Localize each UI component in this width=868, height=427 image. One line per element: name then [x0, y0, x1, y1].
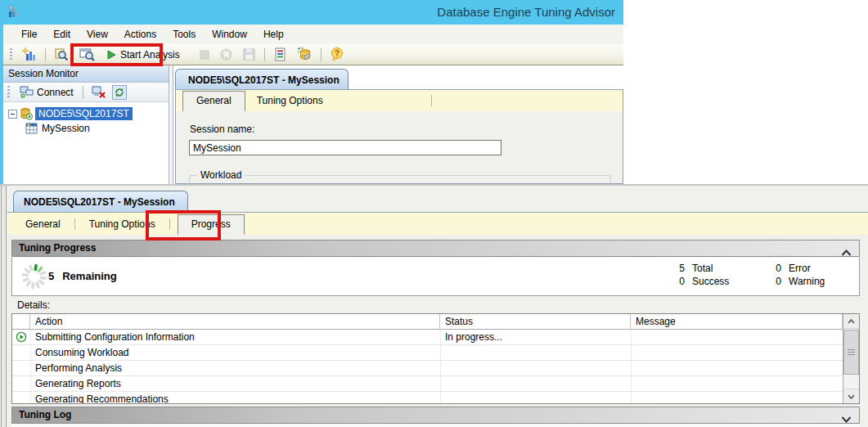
menu-edit[interactable]: Edit [45, 25, 79, 44]
progress-view-fragment: NODE5\SQL2017ST - MySession General Tuni… [0, 184, 868, 427]
connect-button[interactable]: Connect [16, 85, 78, 99]
main-toolbar: Start Analysis [3, 44, 623, 65]
refresh-button[interactable] [112, 85, 127, 100]
tab-strip: General Tuning Options [176, 90, 623, 111]
workload-label: Workload [197, 169, 245, 181]
count-success: 0 Success [667, 276, 729, 287]
table-row[interactable]: Consuming Workload [12, 345, 843, 361]
tuning-progress-header: Tuning Progress [11, 240, 860, 257]
cell-message [631, 330, 843, 345]
session-document-tab[interactable]: NODE5\SQL2017ST - MySession [175, 69, 349, 90]
count-warning-label: Warning [789, 276, 825, 287]
session-document-panel: General Tuning Options Session name: Wor… [175, 89, 623, 184]
scroll-up-button[interactable] [843, 314, 859, 329]
cell-status: In progress... [440, 330, 631, 345]
tuning-options-button[interactable] [294, 46, 315, 63]
document-area: NODE5\SQL2017ST - MySession General Tuni… [169, 65, 623, 184]
panel-splitter[interactable] [169, 65, 173, 184]
preview-workload-button[interactable] [76, 47, 98, 63]
table-row[interactable]: Generating Reports [12, 376, 843, 392]
start-analysis-label: Start Analysis [120, 49, 180, 61]
session-document-tab-label: NODE5\SQL2017ST - MySession [24, 196, 175, 208]
scroll-down-button[interactable] [843, 389, 859, 403]
session-document-tab-label: NODE5\SQL2017ST - MySession [188, 74, 340, 86]
save-button [240, 47, 259, 62]
disconnect-icon [92, 86, 106, 98]
thumb-grip [848, 349, 855, 355]
help-icon: ? [331, 47, 344, 61]
menu-actions[interactable]: Actions [116, 25, 164, 44]
session-document-tab[interactable]: NODE5\SQL2017ST - MySession [13, 191, 188, 212]
table-row[interactable]: Performing Analysis [12, 361, 843, 376]
menu-help[interactable]: Help [255, 25, 292, 44]
window-title: Database Engine Tuning Advisor [437, 0, 615, 25]
progress-spinner-icon [20, 262, 49, 294]
vertical-scrollbar[interactable] [843, 314, 859, 403]
tab-tuning-options[interactable]: Tuning Options [78, 215, 167, 235]
message-column-header[interactable]: Message [631, 314, 843, 330]
server-node-label[interactable]: NODE5\SQL2017ST [35, 107, 133, 120]
tab-tuning-options[interactable]: Tuning Options [245, 92, 335, 111]
tuning-log-header: Tuning Log [11, 407, 860, 424]
save-icon [243, 48, 255, 61]
count-total-value: 5 [667, 263, 685, 274]
tab-general[interactable]: General [14, 215, 72, 235]
menu-view[interactable]: View [79, 25, 116, 44]
collapse-icon[interactable] [8, 110, 17, 119]
menu-window[interactable]: Window [204, 25, 255, 44]
cell-action: Performing Analysis [30, 361, 440, 376]
tab-separator [431, 95, 432, 106]
session-monitor-button[interactable] [52, 47, 72, 63]
cell-action: Generating Recommendations [30, 392, 440, 404]
remaining-label: Remaining [62, 270, 116, 282]
remaining-value: 5 [48, 270, 54, 282]
toolbar-grip[interactable] [10, 48, 12, 61]
session-properties-button[interactable] [271, 46, 290, 63]
session-monitor-header: Session Monitor [3, 65, 169, 83]
count-error-label: Error [789, 263, 811, 274]
count-warning-value: 0 [763, 276, 781, 287]
window-left-border [1, 186, 7, 427]
progress-summary-panel: 5 Remaining 5 Total 0 Success 0 Error 0 … [11, 258, 860, 296]
details-label: Details: [17, 299, 50, 311]
cell-status [440, 345, 631, 361]
help-button[interactable]: ? [327, 46, 347, 63]
session-monitor-toolbar: Connect [3, 83, 169, 102]
tab-general[interactable]: General [182, 91, 245, 111]
status-icon-column-header[interactable] [12, 314, 30, 330]
menu-file[interactable]: File [13, 25, 45, 44]
session-node-label[interactable]: MySession [40, 122, 92, 135]
cell-message [631, 361, 843, 376]
cell-action: Consuming Workload [30, 345, 440, 361]
server-database-icon [20, 107, 33, 120]
count-total: 5 Total [667, 263, 713, 274]
toolbar-grip[interactable] [7, 86, 10, 98]
connect-icon [20, 86, 34, 98]
cell-message [631, 345, 843, 361]
tuning-log-title: Tuning Log [19, 409, 71, 420]
count-total-label: Total [692, 263, 713, 274]
cell-action: Generating Reports [30, 376, 440, 392]
refresh-icon [115, 88, 124, 97]
menu-bar: File Edit View Actions Tools Window Help [3, 25, 623, 44]
cancel-button [217, 47, 236, 62]
tree-node-server[interactable]: NODE5\SQL2017ST [3, 106, 169, 121]
toolbar-separator [83, 86, 83, 99]
tree-node-session[interactable]: MySession [3, 121, 169, 136]
tab-separator [74, 218, 75, 230]
menu-tools[interactable]: Tools [164, 25, 204, 44]
start-analysis-button[interactable]: Start Analysis [102, 47, 187, 62]
toolbar-separator [321, 48, 322, 61]
tab-progress[interactable]: Progress [178, 214, 245, 235]
scrollbar-thumb[interactable] [843, 330, 859, 375]
table-row[interactable]: Generating Recommendations [12, 392, 843, 404]
session-name-input[interactable] [189, 140, 501, 155]
count-error: 0 Error [763, 263, 811, 274]
progress-details-table: Action Status Message Submitting Configu… [11, 313, 860, 404]
table-row[interactable]: Submitting Configuration Information In … [12, 330, 843, 345]
action-column-header[interactable]: Action [30, 314, 440, 330]
status-column-header[interactable]: Status [440, 314, 631, 330]
session-name-label: Session name: [190, 124, 254, 135]
new-session-button[interactable] [19, 46, 39, 63]
disconnect-button[interactable] [88, 84, 109, 100]
